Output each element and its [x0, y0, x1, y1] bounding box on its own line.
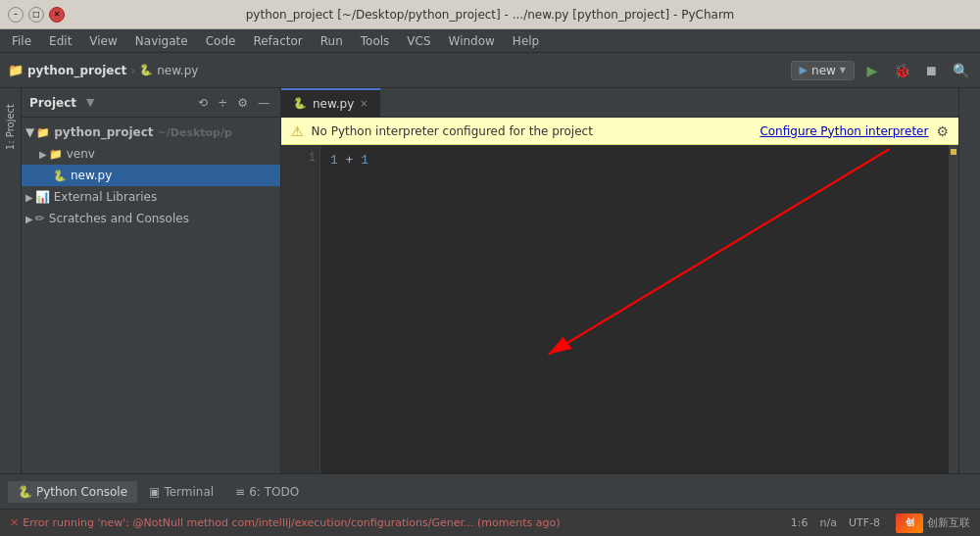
tree-item-python-project[interactable]: ▼ 📁 python_project ~/Desktop/p: [22, 122, 280, 143]
dropdown-arrow-icon: ▼: [840, 66, 846, 74]
stop-button[interactable]: ⏹: [919, 59, 943, 82]
maximize-button[interactable]: □: [28, 7, 44, 23]
tab-py-icon: 🐍: [293, 97, 307, 110]
close-button[interactable]: ✕: [49, 7, 65, 23]
menu-view[interactable]: View: [81, 32, 124, 50]
menu-window[interactable]: Window: [441, 32, 503, 50]
menu-code[interactable]: Code: [198, 32, 244, 50]
bottom-tab-todo[interactable]: ≡ 6: TODO: [225, 481, 309, 503]
status-right: 1:6 n/a UTF-8: [791, 516, 880, 529]
project-icon: 📁: [8, 63, 24, 77]
sidebar-tab-bar: Project ▼ ⟲ ÷ ⚙ —: [22, 88, 280, 118]
tree-chart-icon: 📊: [35, 190, 50, 204]
run-config-button[interactable]: ▶ new ▼: [791, 61, 855, 80]
code-operator-plus: +: [338, 153, 361, 168]
menu-help[interactable]: Help: [505, 32, 547, 50]
sidebar-item-project[interactable]: 1: Project: [3, 98, 18, 156]
search-button[interactable]: 🔍: [949, 59, 972, 82]
configure-interpreter-link[interactable]: Configure Python interpreter: [760, 124, 928, 138]
code-number-1: 1: [330, 153, 338, 168]
error-icon: ✕: [10, 516, 19, 529]
sidebar-dropdown-icon[interactable]: ▼: [86, 96, 94, 109]
menu-file[interactable]: File: [4, 32, 39, 50]
menu-bar: File Edit View Navigate Code Refactor Ru…: [0, 29, 980, 53]
tree-item-scratches[interactable]: ▶ ✏️ Scratches and Consoles: [22, 208, 280, 229]
tree-project-folder-icon: 📁: [36, 126, 50, 139]
sidebar-hide-icon[interactable]: —: [255, 95, 272, 111]
tree-project-path: ~/Desktop/p: [158, 126, 232, 139]
run-button[interactable]: ▶: [860, 59, 884, 82]
breadcrumb-project[interactable]: python_project: [27, 64, 126, 77]
editor-area: 🐍 new.py × ⚠ No Python interpreter confi…: [281, 88, 958, 473]
title-bar: – □ ✕ python_project [~/Desktop/python_p…: [0, 0, 980, 29]
tree-scratch-arrow-icon: ▶: [25, 214, 33, 224]
bottom-tab-python-console[interactable]: 🐍 Python Console: [8, 481, 137, 503]
sidebar-settings-icon[interactable]: ⚙: [234, 95, 251, 111]
minimize-button[interactable]: –: [8, 7, 24, 23]
bottom-tab-terminal-label: Terminal: [164, 485, 214, 499]
code-area: 1 1 + 1: [281, 145, 958, 473]
editor-tab-bar: 🐍 new.py ×: [281, 88, 958, 118]
editor-tab-newpy[interactable]: 🐍 new.py ×: [281, 88, 381, 118]
tree-scratches-label: Scratches and Consoles: [49, 212, 189, 225]
tree-ext-arrow-icon: ▶: [25, 192, 33, 203]
debug-button[interactable]: 🐞: [890, 59, 913, 82]
sidebar-tab-title: Project: [29, 96, 76, 110]
sidebar-layout-icon[interactable]: ÷: [215, 95, 230, 111]
logo-text: 创新互联: [927, 515, 970, 530]
scroll-indicator[interactable]: [949, 145, 958, 473]
run-config-icon: ▶: [800, 64, 808, 76]
menu-run[interactable]: Run: [313, 32, 351, 50]
bottom-tab-terminal[interactable]: ▣ Terminal: [139, 481, 223, 503]
breadcrumb-file[interactable]: new.py: [157, 64, 198, 77]
bottom-toolbar: 🐍 Python Console ▣ Terminal ≡ 6: TODO: [0, 473, 980, 509]
menu-refactor[interactable]: Refactor: [245, 32, 310, 50]
breadcrumb: 📁 python_project › 🐍 new.py: [8, 63, 198, 77]
project-tree: ▼ 📁 python_project ~/Desktop/p ▶ 📁 venv …: [22, 118, 280, 473]
tree-venv-label: venv: [67, 147, 95, 161]
run-config-label: new: [811, 64, 836, 77]
tree-item-external-libraries[interactable]: ▶ 📊 External Libraries: [22, 186, 280, 208]
tree-project-label: python_project: [54, 125, 153, 139]
tab-filename: new.py: [313, 97, 354, 111]
toolbar-right: ▶ new ▼ ▶ 🐞 ⏹ 🔍: [791, 59, 972, 82]
menu-edit[interactable]: Edit: [41, 32, 79, 50]
scroll-marker: [951, 149, 956, 155]
bottom-tab-todo-label: 6: TODO: [249, 485, 299, 499]
tree-scratches-icon: ✏️: [35, 212, 45, 225]
project-sidebar: Project ▼ ⟲ ÷ ⚙ — ▼ 📁 python_project ~/D…: [22, 88, 281, 473]
file-icon: 🐍: [139, 64, 153, 76]
terminal-icon: ▣: [149, 485, 160, 499]
sidebar-tab-icons: ⟲ ÷ ⚙ —: [195, 95, 272, 111]
menu-vcs[interactable]: VCS: [399, 32, 438, 50]
todo-icon: ≡: [235, 485, 245, 499]
menu-tools[interactable]: Tools: [353, 32, 398, 50]
warning-text: No Python interpreter configured for the…: [312, 124, 593, 138]
sidebar-sync-icon[interactable]: ⟲: [195, 95, 211, 111]
right-side-panel: [958, 88, 980, 473]
breadcrumb-separator: ›: [130, 64, 135, 77]
status-na: n/a: [820, 516, 837, 529]
tab-close-icon[interactable]: ×: [360, 98, 368, 109]
line-numbers: 1: [281, 145, 320, 473]
tree-py-file-icon: 🐍: [53, 170, 67, 182]
status-error: ✕ Error running 'new': @NotNull method c…: [10, 516, 783, 529]
code-content[interactable]: 1 + 1: [320, 145, 949, 473]
logo-box: 创: [896, 513, 923, 533]
python-console-icon: 🐍: [18, 485, 32, 499]
status-position[interactable]: 1:6: [791, 516, 808, 529]
warning-banner: ⚠ No Python interpreter configured for t…: [281, 118, 958, 145]
status-error-text: Error running 'new': @NotNull method com…: [23, 516, 560, 529]
status-encoding[interactable]: UTF-8: [849, 516, 880, 529]
tree-item-venv[interactable]: ▶ 📁 venv: [22, 143, 280, 165]
status-logo: 创 创新互联: [896, 513, 970, 533]
tree-item-new-py[interactable]: 🐍 new.py: [22, 165, 280, 186]
tree-newpy-label: new.py: [71, 169, 112, 182]
top-toolbar: 📁 python_project › 🐍 new.py ▶ new ▼ ▶ 🐞 …: [0, 53, 980, 88]
window-title: python_project [~/Desktop/python_project…: [67, 8, 913, 22]
left-side-panel: 1: Project: [0, 88, 22, 473]
tree-arrow-down-icon: ▼: [25, 125, 34, 139]
menu-navigate[interactable]: Navigate: [127, 32, 196, 50]
warning-gear-icon[interactable]: ⚙: [936, 123, 949, 139]
code-number-2: 1: [361, 153, 368, 168]
